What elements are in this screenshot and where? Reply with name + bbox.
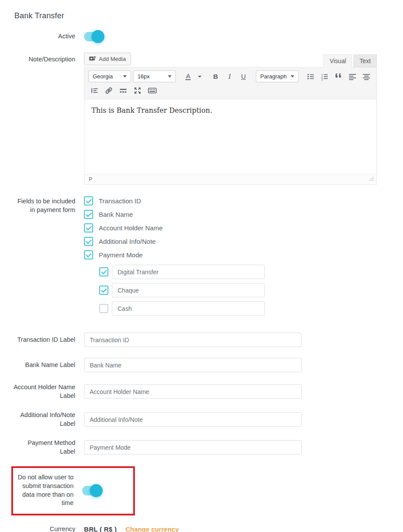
included-fields-row: Fields to be included in payment form Tr… bbox=[13, 196, 390, 320]
payment-mode-checkbox[interactable] bbox=[84, 250, 93, 259]
toolbar-row-1: Georgia 16px A B I U bbox=[88, 71, 373, 82]
bold-button[interactable]: B bbox=[210, 71, 222, 82]
currency-row: Currency BRL ( R$ ) Change currency bbox=[13, 525, 390, 532]
bank-name-label-caption: Bank Name Label bbox=[13, 361, 84, 370]
editor-mode-tabs: Visual Text bbox=[322, 54, 377, 67]
single-submission-toggle[interactable] bbox=[82, 486, 101, 495]
field-option-row: Transaction ID bbox=[84, 196, 265, 205]
additional-info-label-input[interactable] bbox=[84, 412, 302, 427]
text-color-caret-button[interactable] bbox=[196, 71, 203, 82]
italic-button[interactable]: I bbox=[224, 71, 235, 82]
more-tag-icon bbox=[119, 86, 128, 95]
active-toggle[interactable] bbox=[84, 32, 103, 41]
align-left-button[interactable] bbox=[347, 71, 359, 82]
add-media-label: Add Media bbox=[99, 56, 126, 62]
align-left-icon bbox=[348, 72, 357, 81]
resize-handle-icon[interactable] bbox=[369, 176, 374, 182]
editor-status-bar: P bbox=[84, 174, 376, 184]
underline-button[interactable]: U bbox=[238, 71, 249, 82]
bank-name-label-input[interactable] bbox=[84, 358, 302, 372]
bank-name-checkbox[interactable] bbox=[84, 210, 93, 219]
payment-method-label-input[interactable] bbox=[84, 440, 302, 455]
media-icon bbox=[89, 56, 96, 63]
transaction-id-checkbox[interactable] bbox=[84, 196, 93, 205]
chaque-checkbox[interactable] bbox=[99, 286, 108, 295]
wysiwyg-editor: Add Media Visual Text Georgia 16px bbox=[84, 53, 377, 185]
keyboard-shortcuts-button[interactable] bbox=[146, 84, 159, 96]
currency-label: Currency bbox=[13, 525, 84, 532]
additional-info-label-caption: Additional Info/Note Label bbox=[13, 411, 84, 428]
blockquote-button[interactable] bbox=[333, 71, 345, 82]
checkbox-label: Additional Info/Note bbox=[99, 238, 156, 245]
editor-top-bar: Add Media Visual Text bbox=[84, 53, 377, 67]
bullet-list-button[interactable] bbox=[305, 71, 317, 82]
page-title: Bank Transfer bbox=[14, 11, 390, 20]
single-submission-highlight-box: Do not allow user to submit transaction … bbox=[11, 466, 135, 515]
currency-value: BRL ( R$ ) bbox=[84, 525, 117, 532]
text-color-icon: A bbox=[185, 73, 191, 80]
numbered-list-button[interactable]: 123 bbox=[319, 71, 331, 82]
payment-mode-row bbox=[99, 265, 265, 279]
chaque-input[interactable] bbox=[112, 283, 265, 297]
transaction-id-label-input[interactable] bbox=[84, 333, 302, 347]
tab-text[interactable]: Text bbox=[353, 54, 377, 67]
font-family-select[interactable]: Georgia bbox=[88, 71, 131, 82]
numbered-list-icon: 123 bbox=[320, 72, 329, 81]
field-option-row: Bank Name bbox=[84, 209, 265, 219]
cash-input[interactable] bbox=[112, 301, 265, 316]
change-currency-link[interactable]: Change currency bbox=[125, 525, 179, 532]
field-option-row: Payment Mode bbox=[84, 250, 265, 259]
outdent-icon bbox=[90, 86, 99, 95]
paragraph-format-select[interactable]: Paragraph bbox=[256, 71, 299, 82]
add-media-button[interactable]: Add Media bbox=[84, 53, 131, 65]
additional-info-label-row: Additional Info/Note Label bbox=[13, 411, 390, 428]
fullscreen-button[interactable] bbox=[131, 84, 144, 96]
account-holder-name-label-input[interactable] bbox=[84, 384, 302, 399]
tab-visual[interactable]: Visual bbox=[323, 54, 352, 67]
checkbox-label: Account Holder Name bbox=[99, 224, 163, 232]
cash-checkbox[interactable] bbox=[99, 304, 108, 313]
active-row: Active bbox=[13, 32, 390, 41]
blockquote-icon bbox=[334, 72, 343, 81]
payment-mode-row bbox=[99, 283, 265, 297]
payment-method-label-row: Payment Method Label bbox=[13, 439, 390, 456]
fullscreen-icon bbox=[133, 86, 142, 95]
checkbox-label: Bank Name bbox=[99, 211, 133, 218]
editor-toolbar: Georgia 16px A B I U bbox=[84, 67, 376, 99]
toolbar-row-2 bbox=[88, 84, 373, 96]
chevron-down-icon bbox=[291, 75, 294, 77]
additional-info-checkbox[interactable] bbox=[84, 237, 93, 246]
included-fields-label: Fields to be included in payment form bbox=[13, 196, 84, 214]
text-color-button[interactable]: A bbox=[182, 71, 194, 82]
bank-transfer-settings-page: Bank Transfer Active Note/Description Ad… bbox=[0, 0, 403, 532]
checkbox-label: Transaction ID bbox=[99, 197, 141, 205]
align-center-button[interactable] bbox=[361, 71, 373, 82]
field-option-row: Account Holder Name bbox=[84, 223, 265, 232]
single-submission-label: Do not allow user to submit transaction … bbox=[13, 473, 82, 507]
field-option-row: Additional Info/Note bbox=[84, 236, 265, 246]
toggle-knob bbox=[91, 30, 104, 43]
payment-mode-options bbox=[84, 265, 265, 316]
svg-text:3: 3 bbox=[321, 78, 323, 81]
outdent-button[interactable] bbox=[88, 84, 101, 96]
checkbox-label: Payment Mode bbox=[99, 251, 143, 259]
align-center-icon bbox=[362, 72, 371, 81]
insert-link-button[interactable] bbox=[103, 84, 115, 96]
digital-transfer-checkbox[interactable] bbox=[99, 267, 108, 276]
bullet-list-icon bbox=[306, 72, 315, 81]
editor-content-area[interactable]: This is Bank Transfer Description. bbox=[84, 99, 376, 174]
included-fields-list: Transaction ID Bank Name Account Holder … bbox=[84, 196, 265, 320]
keyboard-icon bbox=[148, 86, 157, 95]
note-description-row: Note/Description Add Media Visual Text bbox=[13, 53, 390, 185]
chevron-down-icon bbox=[198, 76, 202, 77]
payment-method-label-caption: Payment Method Label bbox=[13, 439, 84, 456]
transaction-id-label-caption: Transaction ID Label bbox=[13, 336, 84, 344]
font-size-select[interactable]: 16px bbox=[133, 71, 176, 82]
editor-element-path: P bbox=[89, 176, 92, 182]
editor-paragraph: This is Bank Transfer Description. bbox=[91, 106, 369, 115]
more-tag-button[interactable] bbox=[117, 84, 129, 96]
account-holder-name-checkbox[interactable] bbox=[84, 223, 93, 232]
payment-mode-row bbox=[99, 301, 265, 316]
toggle-knob bbox=[90, 484, 103, 497]
digital-transfer-input[interactable] bbox=[112, 265, 265, 279]
